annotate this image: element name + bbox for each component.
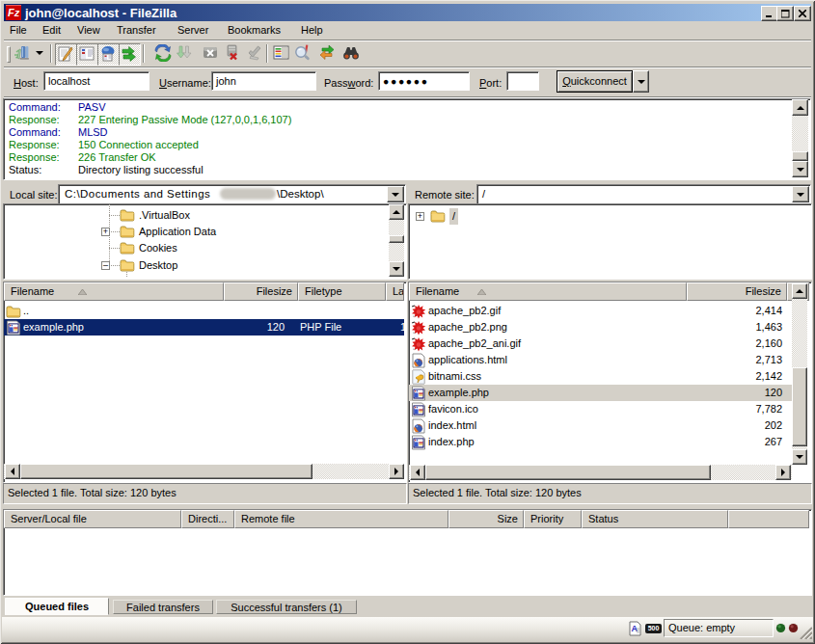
svg-text:Fz: Fz [8,7,20,18]
